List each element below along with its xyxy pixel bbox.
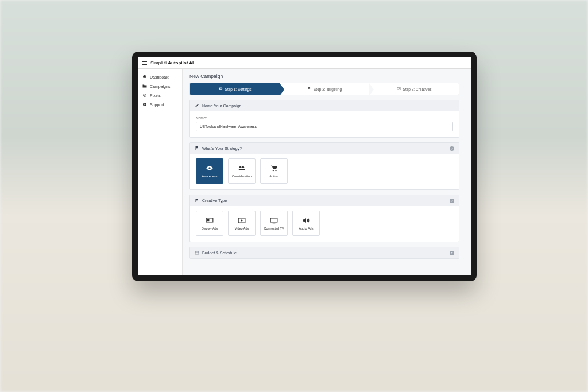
help-icon[interactable]: ? <box>450 146 454 151</box>
sidebar: Dashboard Campaigns Pixels <box>138 69 183 275</box>
wizard-steps: Step 1: Settings Step 2: Targeting Step … <box>189 83 459 95</box>
panel-body: Awareness Consideration <box>190 154 459 189</box>
creative-options: Display Ads Video Ads <box>196 211 453 236</box>
panel-budget-schedule: Budget & Schedule ? <box>189 247 459 259</box>
flag-icon <box>195 198 199 203</box>
panel-body: Name: <box>190 111 459 137</box>
laptop-frame: Simpli.fi Autopilot AI Dashboard Campaig… <box>132 52 477 281</box>
gear-icon <box>219 87 223 91</box>
image-icon <box>397 87 401 91</box>
strategy-option-action[interactable]: Action <box>260 158 288 184</box>
flag-icon <box>307 87 311 91</box>
svg-point-4 <box>398 88 399 88</box>
svg-rect-12 <box>270 218 277 222</box>
creative-option-display[interactable]: Display Ads <box>196 211 223 236</box>
option-label: Awareness <box>202 174 217 178</box>
option-label: Display Ads <box>202 227 218 230</box>
panel-header: Name Your Campaign <box>190 100 459 111</box>
option-label: Consideration <box>232 174 252 178</box>
sidebar-item-support[interactable]: Support <box>138 100 182 109</box>
option-label: Action <box>269 174 278 178</box>
step-targeting[interactable]: Step 2: Targeting <box>280 83 369 95</box>
panel-strategy: What's Your Strategy? ? Awareness <box>189 142 459 190</box>
folder-icon <box>142 84 147 88</box>
app-header: Simpli.fi Autopilot AI <box>138 57 471 69</box>
option-label: Audio Ads <box>299 227 314 230</box>
svg-point-5 <box>239 166 242 168</box>
audio-icon <box>302 217 310 225</box>
creative-option-ctv[interactable]: Connected TV <box>260 211 288 236</box>
svg-point-8 <box>275 169 276 170</box>
campaign-name-input[interactable] <box>196 122 453 131</box>
step-label: Step 3: Creatives <box>403 87 432 91</box>
svg-rect-10 <box>207 219 210 221</box>
strategy-option-awareness[interactable]: Awareness <box>196 158 223 184</box>
tv-icon <box>270 217 278 225</box>
brand-product: Autopilot AI <box>168 60 194 65</box>
calendar-icon <box>195 250 199 255</box>
panel-body: Display Ads Video Ads <box>190 206 459 242</box>
help-icon[interactable]: ? <box>450 199 454 203</box>
step-creatives[interactable]: Step 3: Creatives <box>369 83 459 95</box>
svg-rect-13 <box>195 251 199 255</box>
plus-icon <box>142 102 147 107</box>
page-title: New Campaign <box>189 73 459 79</box>
strategy-option-consideration[interactable]: Consideration <box>228 158 256 184</box>
name-field-label: Name: <box>196 116 453 120</box>
cart-icon <box>270 165 278 173</box>
help-icon[interactable]: ? <box>450 251 454 255</box>
creative-option-audio[interactable]: Audio Ads <box>292 211 320 236</box>
sidebar-item-campaigns[interactable]: Campaigns <box>138 81 182 91</box>
sidebar-item-pixels[interactable]: Pixels <box>138 91 182 100</box>
svg-point-6 <box>242 166 245 168</box>
panel-title: Creative Type <box>202 199 227 203</box>
sidebar-item-dashboard[interactable]: Dashboard <box>138 72 182 81</box>
step-label: Step 2: Targeting <box>314 87 342 91</box>
crosshair-icon <box>142 93 147 98</box>
strategy-options: Awareness Consideration <box>196 158 453 184</box>
panel-header: Creative Type ? <box>190 195 459 206</box>
sidebar-item-label: Campaigns <box>150 84 170 88</box>
gauge-icon <box>142 75 147 79</box>
panel-title: What's Your Strategy? <box>202 146 242 150</box>
pencil-icon <box>195 103 199 108</box>
panel-header: What's Your Strategy? ? <box>190 143 459 154</box>
brand-name: Simpli.fi <box>150 60 167 65</box>
menu-icon[interactable] <box>142 61 147 65</box>
sidebar-item-label: Pixels <box>150 94 161 98</box>
sidebar-item-label: Support <box>150 103 164 107</box>
app-screen: Simpli.fi Autopilot AI Dashboard Campaig… <box>138 57 471 275</box>
step-label: Step 1: Settings <box>225 87 252 91</box>
brand-title: Simpli.fi Autopilot AI <box>150 60 194 65</box>
app-body: Dashboard Campaigns Pixels <box>138 69 471 275</box>
sidebar-item-label: Dashboard <box>150 75 169 79</box>
option-label: Connected TV <box>264 227 284 230</box>
main-content: New Campaign Step 1: Settings Step 2: Ta… <box>183 69 471 275</box>
creative-option-video[interactable]: Video Ads <box>228 211 256 236</box>
people-icon <box>238 165 246 173</box>
video-icon <box>238 217 246 225</box>
svg-point-7 <box>273 169 274 170</box>
panel-creative-type: Creative Type ? Display Ads <box>189 195 459 242</box>
panel-header: Budget & Schedule ? <box>190 247 459 258</box>
svg-rect-9 <box>206 218 213 222</box>
panel-title: Budget & Schedule <box>202 251 237 255</box>
panel-title: Name Your Campaign <box>202 104 242 108</box>
display-icon <box>206 217 214 225</box>
panel-name-campaign: Name Your Campaign Name: <box>189 100 459 138</box>
svg-point-1 <box>144 95 145 96</box>
flag-icon <box>195 146 199 151</box>
option-label: Video Ads <box>235 227 249 230</box>
eye-icon <box>206 165 214 173</box>
step-settings[interactable]: Step 1: Settings <box>190 83 280 95</box>
